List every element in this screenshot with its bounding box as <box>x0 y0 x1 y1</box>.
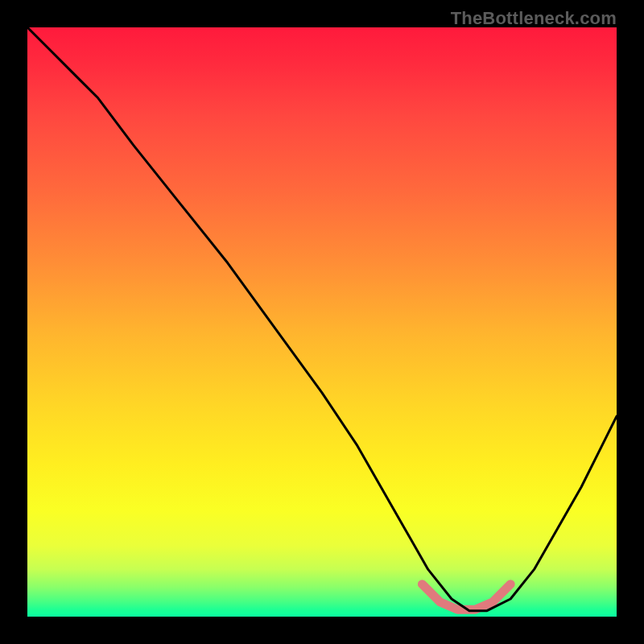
watermark-text: TheBottleneck.com <box>451 8 617 29</box>
plot-area <box>27 27 617 617</box>
bottleneck-curve-line <box>27 27 617 611</box>
chart-frame: TheBottleneck.com <box>0 0 644 644</box>
curve-layer <box>27 27 617 617</box>
